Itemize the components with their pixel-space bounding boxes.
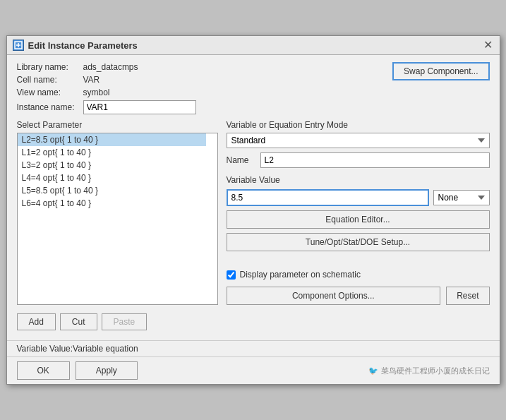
- spacer: [227, 256, 490, 263]
- top-section: Library name: ads_datacmps Cell name: VA…: [17, 62, 490, 114]
- library-label: Library name:: [17, 62, 80, 72]
- title-bar: Edit Instance Parameters ✕: [7, 36, 500, 55]
- final-left-buttons: OK Apply: [17, 361, 138, 380]
- dialog-body: Library name: ads_datacmps Cell name: VA…: [7, 55, 500, 340]
- left-panel: Select Parameter L2=8.5 opt{ 1 to 40 } L…: [17, 120, 218, 305]
- value-row: None Ohm F H: [227, 189, 490, 206]
- mode-label: Variable or Equation Entry Mode: [227, 120, 490, 130]
- view-label: View name:: [17, 88, 80, 97]
- mode-select[interactable]: Standard Equation: [227, 133, 490, 148]
- display-label: Display parameter on schematic: [240, 270, 361, 280]
- instance-input[interactable]: [83, 100, 196, 114]
- param-item-4[interactable]: L5=8.5 opt{ 1 to 40 }: [18, 184, 206, 197]
- param-item-1[interactable]: L1=2 opt{ 1 to 40 }: [18, 146, 206, 159]
- title-bar-left: Edit Instance Parameters: [13, 40, 138, 51]
- right-panel: Variable or Equation Entry Mode Standard…: [227, 120, 490, 305]
- dialog-title: Edit Instance Parameters: [28, 40, 138, 51]
- bottom-buttons-row: Add Cut Paste: [17, 311, 490, 333]
- name-row: Name: [227, 152, 490, 168]
- param-item-0[interactable]: L2=8.5 opt{ 1 to 40 }: [18, 133, 206, 146]
- reset-button[interactable]: Reset: [446, 287, 489, 305]
- name-input[interactable]: [260, 152, 490, 168]
- variable-value-label: Variable Value: [227, 175, 490, 185]
- info-block: Library name: ads_datacmps Cell name: VA…: [17, 62, 196, 114]
- dialog-icon: [13, 40, 24, 51]
- unit-select[interactable]: None Ohm F H: [433, 190, 490, 205]
- param-item-5[interactable]: L6=4 opt{ 1 to 40 }: [18, 197, 206, 210]
- instance-row: Instance name:: [17, 100, 196, 114]
- display-checkbox-row: Display parameter on schematic: [227, 270, 490, 280]
- view-value: symbol: [83, 88, 110, 97]
- ok-button[interactable]: OK: [17, 361, 70, 380]
- param-item-3[interactable]: L4=4 opt{ 1 to 40 }: [18, 172, 206, 184]
- status-text: Variable Value:Variable equation: [17, 344, 138, 354]
- close-button[interactable]: ✕: [482, 40, 494, 51]
- cell-label: Cell name:: [17, 75, 80, 85]
- select-param-label: Select Parameter: [17, 120, 218, 130]
- watermark-icon: 🐦: [368, 366, 378, 376]
- apply-button[interactable]: Apply: [76, 361, 138, 380]
- paste-button[interactable]: Paste: [102, 313, 147, 330]
- mode-section: Variable or Equation Entry Mode Standard…: [227, 120, 490, 148]
- cut-button[interactable]: Cut: [60, 313, 97, 330]
- watermark-text: 菜鸟硬件工程师小厦的成长日记: [381, 366, 490, 376]
- watermark: 🐦 菜鸟硬件工程师小厦的成长日记: [368, 366, 490, 376]
- add-button[interactable]: Add: [17, 313, 56, 330]
- name-label: Name: [227, 155, 255, 165]
- view-row: View name: symbol: [17, 88, 196, 97]
- display-checkbox[interactable]: [227, 270, 236, 280]
- value-input[interactable]: [227, 189, 429, 206]
- left-buttons: Add Cut Paste: [17, 313, 147, 330]
- final-buttons: OK Apply 🐦 菜鸟硬件工程师小厦的成长日记: [7, 356, 500, 384]
- library-row: Library name: ads_datacmps: [17, 62, 196, 72]
- status-bar: Variable Value:Variable equation: [7, 340, 500, 356]
- tune-setup-button[interactable]: Tune/Opt/Stat/DOE Setup...: [227, 233, 490, 251]
- param-item-2[interactable]: L3=2 opt{ 1 to 40 }: [18, 159, 206, 172]
- equation-editor-button[interactable]: Equation Editor...: [227, 210, 490, 229]
- edit-instance-dialog: Edit Instance Parameters ✕ Library name:…: [6, 35, 500, 385]
- param-list[interactable]: L2=8.5 opt{ 1 to 40 } L1=2 opt{ 1 to 40 …: [17, 133, 218, 305]
- instance-label: Instance name:: [17, 102, 80, 112]
- cell-value: VAR: [83, 75, 100, 85]
- component-options-button[interactable]: Component Options...: [227, 287, 441, 305]
- swap-component-button[interactable]: Swap Component...: [392, 62, 489, 80]
- bottom-action-row: Component Options... Reset: [227, 287, 490, 305]
- library-value: ads_datacmps: [83, 62, 138, 72]
- main-section: Select Parameter L2=8.5 opt{ 1 to 40 } L…: [17, 120, 490, 305]
- cell-row: Cell name: VAR: [17, 75, 196, 85]
